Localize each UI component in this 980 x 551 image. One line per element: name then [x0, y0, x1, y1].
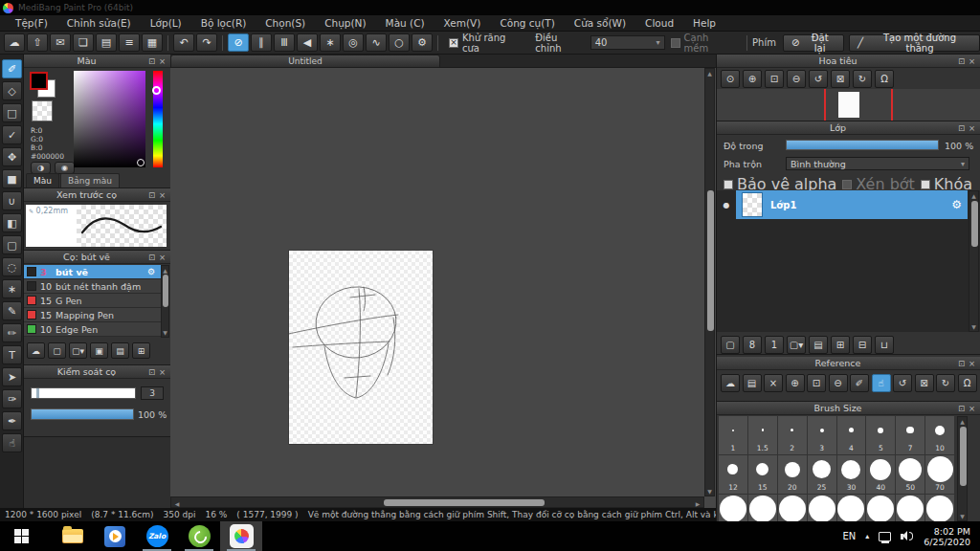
- close-icon[interactable]: ×: [157, 190, 167, 200]
- brush-list-item[interactable]: 15 G Pen ⚙: [24, 294, 161, 308]
- flip-lock-icon[interactable]: Ω: [875, 70, 894, 88]
- tile-layout-icon[interactable]: ▦: [142, 33, 163, 52]
- brush-size-cell[interactable]: 25: [808, 455, 836, 494]
- brush-tool[interactable]: ✐: [2, 59, 22, 78]
- tray-expand-icon[interactable]: ▴: [865, 532, 869, 540]
- lasso-select-tool[interactable]: ◌: [2, 257, 22, 276]
- ref-fit-icon[interactable]: ⊡: [807, 374, 826, 392]
- popout-icon[interactable]: ⊡: [956, 56, 967, 66]
- add-layer-menu-icon[interactable]: ▢▾: [787, 336, 806, 354]
- material-list-icon[interactable]: ≡: [119, 33, 140, 52]
- brush-size-scrollbar[interactable]: ▲ ▼: [957, 416, 968, 521]
- close-icon[interactable]: ×: [967, 123, 977, 133]
- popout-icon[interactable]: ⊡: [956, 123, 967, 133]
- brush-size-cell[interactable]: [837, 495, 866, 521]
- snap-settings-icon[interactable]: ⚙: [412, 33, 433, 52]
- cloud-open-icon[interactable]: ☁: [721, 374, 740, 392]
- brush-size-cell[interactable]: 12: [719, 455, 747, 494]
- scroll-up-icon[interactable]: ▲: [705, 69, 714, 77]
- gear-icon[interactable]: ⚙: [147, 267, 161, 276]
- brush-opacity-slider[interactable]: [31, 408, 134, 420]
- eraser-tool[interactable]: ◇: [2, 81, 22, 100]
- layer-option-checkbox[interactable]: [921, 180, 930, 189]
- scroll-left-icon[interactable]: ◀: [173, 499, 181, 508]
- open-folder-icon[interactable]: ▤: [743, 374, 762, 392]
- network-icon[interactable]: [879, 532, 891, 541]
- popout-icon[interactable]: ⊡: [146, 253, 157, 262]
- canvas-page[interactable]: [289, 251, 433, 444]
- fit-screen-icon[interactable]: ⊡: [765, 70, 784, 88]
- color-tab[interactable]: Màu: [26, 173, 59, 187]
- brush-size-cell[interactable]: 50: [896, 455, 924, 494]
- brush-size-cell[interactable]: 20: [778, 455, 807, 494]
- operation-tool[interactable]: ➤: [2, 367, 22, 386]
- select-pen-tool[interactable]: ✎: [2, 301, 22, 320]
- menu-item[interactable]: Chỉnh sửa(E): [57, 17, 141, 29]
- cloud-brush-icon[interactable]: ☁: [27, 342, 45, 359]
- snap-parallel-icon[interactable]: ∥: [251, 33, 272, 52]
- hue-bar[interactable]: [153, 71, 163, 167]
- brush-size-cell[interactable]: 30: [837, 455, 866, 494]
- speaker-icon[interactable]: [901, 531, 914, 541]
- transparent-color-swatch[interactable]: [32, 100, 53, 121]
- antialias-checkbox[interactable]: ×: [449, 38, 458, 48]
- brush-list-item[interactable]: 10 Edge Pen ⚙: [24, 322, 161, 337]
- brush-list-item[interactable]: 10 bút nét thanh đậm ⚙: [24, 279, 161, 294]
- foreground-color-swatch[interactable]: [30, 72, 48, 90]
- redo-icon[interactable]: ↷: [196, 33, 217, 52]
- polyline-tool[interactable]: ✓: [2, 125, 22, 144]
- ref-lock-icon[interactable]: Ω: [958, 374, 977, 392]
- scrollbar-thumb[interactable]: [971, 201, 978, 247]
- brush-list-item[interactable]: 3 bút vẽ ⚙: [24, 265, 161, 279]
- soft-edge-checkbox[interactable]: [671, 38, 680, 48]
- cloud-save-icon[interactable]: ☁: [4, 33, 25, 52]
- chat-icon[interactable]: ❏: [73, 33, 94, 52]
- comment-icon[interactable]: ✉: [50, 33, 71, 52]
- layer-row[interactable]: ● Lớp1 ⚙: [717, 190, 968, 219]
- scrollbar-thumb[interactable]: [707, 190, 714, 331]
- snap-concentric-icon[interactable]: ◎: [343, 33, 364, 52]
- close-icon[interactable]: ×: [967, 56, 977, 66]
- make-straight-line-button[interactable]: ╱ Tạo một đường thẳng: [849, 34, 980, 52]
- fill-rect-tool[interactable]: ■: [2, 169, 22, 188]
- close-icon[interactable]: ×: [967, 359, 977, 368]
- scroll-down-icon[interactable]: ▼: [958, 512, 967, 520]
- brush-size-cell[interactable]: 70: [925, 455, 954, 494]
- document-tab[interactable]: Untitled: [170, 55, 440, 68]
- snap-vanishing-point-icon[interactable]: ◀: [297, 33, 318, 52]
- canvas-vertical-scrollbar[interactable]: ▲ ▼: [704, 68, 715, 496]
- media-player-button[interactable]: [94, 521, 136, 551]
- ref-rotate-ccw-icon[interactable]: ↺: [893, 374, 912, 392]
- brush-size-cell[interactable]: 1.5: [748, 416, 777, 454]
- brush-size-cell[interactable]: 1: [719, 416, 747, 454]
- medibang-button[interactable]: [220, 521, 262, 551]
- popout-icon[interactable]: ⊡: [956, 359, 967, 368]
- brush-list-item[interactable]: 15 Mapping Pen ⚙: [24, 308, 161, 322]
- menu-item[interactable]: Help: [683, 17, 725, 29]
- scroll-up-icon[interactable]: ▲: [162, 266, 168, 275]
- ref-zoom-out-icon[interactable]: ⊖: [829, 374, 848, 392]
- zoom-100-icon[interactable]: ⊙: [721, 70, 740, 88]
- brush-size-cell[interactable]: 4: [837, 416, 866, 454]
- snap-radial-icon[interactable]: ∗: [320, 33, 341, 52]
- menu-item[interactable]: Màu (C): [376, 17, 434, 29]
- divide-tool[interactable]: ✒: [2, 411, 22, 430]
- duplicate-layer-icon[interactable]: ⊞: [831, 336, 850, 354]
- snap-ellipse-icon[interactable]: ○: [389, 33, 410, 52]
- hue-cursor[interactable]: [152, 86, 161, 95]
- brush-size-cell[interactable]: 10: [925, 416, 954, 454]
- color-tab[interactable]: Bảng màu: [60, 173, 120, 187]
- layer-option-checkbox[interactable]: [724, 180, 733, 189]
- brush-size-cell[interactable]: [925, 495, 954, 521]
- hand-tool[interactable]: ☝: [2, 433, 22, 452]
- shape-brush-tool[interactable]: □: [2, 103, 22, 122]
- ref-hand-icon[interactable]: ☝: [872, 374, 891, 392]
- scroll-down-icon[interactable]: ▼: [162, 328, 168, 337]
- brush-folder-icon[interactable]: ▤: [111, 342, 129, 359]
- menu-item[interactable]: Lớp(L): [141, 17, 191, 29]
- scroll-down-icon[interactable]: ▼: [705, 487, 714, 496]
- close-image-icon[interactable]: ×: [764, 374, 783, 392]
- ref-rotate-cw-icon[interactable]: ↻: [936, 374, 955, 392]
- menu-item[interactable]: Cửa sổ(W): [565, 17, 635, 29]
- brush-size-cell[interactable]: 3: [808, 416, 836, 454]
